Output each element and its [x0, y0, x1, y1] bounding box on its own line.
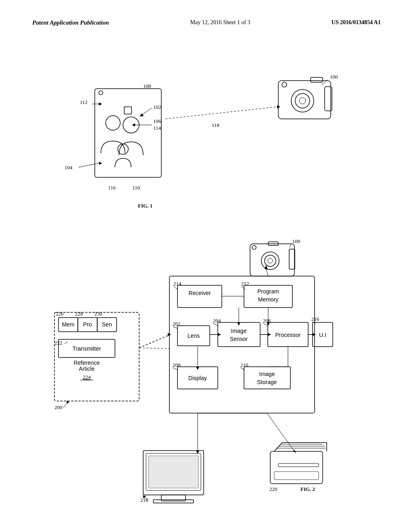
ref-100-label: 100: [330, 74, 338, 80]
header-center: May 12, 2016 Sheet 1 of 3: [190, 19, 250, 26]
svg-rect-49: [244, 367, 290, 389]
svg-rect-86: [270, 451, 323, 484]
fig2-svg: 100 Receiver 214 Program Memory 212 Lens…: [20, 242, 391, 516]
svg-rect-83: [148, 456, 198, 488]
fig1-svg: 100 108 112: [20, 44, 391, 230]
svg-point-5: [282, 82, 287, 87]
svg-line-36: [173, 286, 177, 289]
program-memory-label2: Memory: [258, 296, 279, 303]
svg-rect-81: [153, 500, 194, 503]
ref-article-label: Reference: [74, 360, 100, 366]
svg-marker-52: [218, 333, 221, 336]
mem-label: Mem: [62, 321, 74, 328]
svg-line-76: [139, 348, 169, 349]
svg-line-75: [139, 335, 169, 348]
ref-208: 208: [173, 362, 181, 368]
ref-228: 228: [75, 311, 83, 317]
ref-224: 224: [83, 374, 91, 380]
ref-204: 204: [213, 318, 221, 324]
transmitter-label: Transmitter: [73, 345, 101, 352]
svg-line-31: [290, 244, 291, 247]
ref-102: 102: [153, 104, 161, 110]
svg-line-33: [266, 269, 268, 276]
fig1-label: FIG. 1: [138, 203, 152, 209]
svg-marker-19: [132, 123, 135, 127]
svg-marker-65: [196, 367, 199, 370]
svg-rect-24: [250, 244, 294, 276]
ref-220: 220: [269, 486, 277, 492]
svg-point-1: [291, 89, 314, 112]
ref-110: 110: [132, 185, 140, 191]
ref-104: 104: [65, 164, 73, 170]
ref-202: 202: [173, 321, 181, 327]
ref-108: 108: [143, 83, 151, 89]
svg-marker-54: [268, 333, 271, 336]
svg-point-25: [261, 252, 279, 270]
ref-200: 200: [54, 404, 63, 410]
fig2-label: FIG. 2: [300, 486, 315, 492]
fig2-area: 100 Receiver 214 Program Memory 212 Lens…: [20, 242, 391, 516]
header-right: US 2016/0134854 A1: [332, 19, 381, 26]
ref-article-label2: Article: [79, 366, 95, 372]
ref-210: 210: [240, 362, 248, 368]
ui-label: U.I: [319, 332, 326, 338]
svg-rect-35: [177, 285, 222, 308]
image-storage-label: Image: [259, 371, 275, 377]
svg-line-22: [165, 107, 277, 119]
svg-rect-32: [169, 276, 315, 413]
svg-line-94: [267, 413, 294, 451]
receiver-label: Receiver: [188, 290, 211, 296]
image-sensor-label: Image: [231, 328, 247, 334]
image-storage-label2: Storage: [257, 379, 277, 385]
svg-marker-17: [140, 113, 144, 116]
svg-marker-95: [293, 450, 296, 453]
ref-118: 118: [212, 122, 219, 128]
svg-line-78: [139, 336, 169, 348]
ref-114: 114: [153, 125, 161, 131]
svg-marker-15: [99, 102, 102, 106]
svg-rect-30: [289, 249, 295, 269]
image-sensor-label2: Sensor: [230, 336, 248, 342]
svg-rect-8: [95, 89, 161, 177]
svg-line-20: [79, 163, 99, 167]
ref-212: 212: [241, 281, 249, 287]
page: Patent Application Publication May 12, 2…: [0, 0, 413, 532]
svg-line-38: [241, 286, 245, 289]
svg-rect-4: [311, 77, 323, 82]
ref-226: 226: [56, 311, 64, 317]
sen-label: Sen: [102, 321, 112, 328]
svg-point-9: [99, 91, 103, 95]
ref-214: 214: [173, 281, 181, 287]
processor-label: Processor: [275, 332, 300, 338]
header: Patent Application Publication May 12, 2…: [0, 19, 413, 26]
svg-marker-23: [277, 105, 280, 108]
lens-label: Lens: [188, 332, 200, 339]
ref-116: 116: [108, 185, 116, 191]
svg-point-2: [295, 94, 310, 108]
svg-marker-21: [99, 162, 102, 165]
display-label: Display: [188, 375, 207, 381]
header-left: Patent Application Publication: [32, 19, 109, 26]
svg-rect-41: [218, 322, 260, 347]
pro-label: Pro: [83, 321, 92, 328]
svg-point-27: [268, 258, 273, 263]
fig1-area: 100 108 112: [20, 44, 391, 230]
ref-216: 216: [311, 316, 319, 322]
program-memory-label: Program: [257, 288, 279, 295]
ref-230: 230: [94, 311, 102, 317]
ref-112: 112: [80, 99, 88, 105]
svg-line-16: [142, 108, 152, 115]
svg-rect-91: [274, 472, 319, 480]
svg-marker-56: [313, 333, 316, 336]
svg-marker-60: [237, 322, 240, 326]
svg-point-11: [106, 116, 120, 130]
svg-rect-10: [124, 107, 131, 114]
svg-point-29: [252, 245, 256, 249]
svg-line-70: [65, 342, 68, 344]
ref-106: 106: [153, 118, 161, 124]
svg-point-26: [265, 255, 276, 266]
svg-rect-90: [278, 463, 319, 467]
svg-point-3: [299, 98, 306, 104]
fig2-ref-100: 100: [292, 238, 300, 244]
